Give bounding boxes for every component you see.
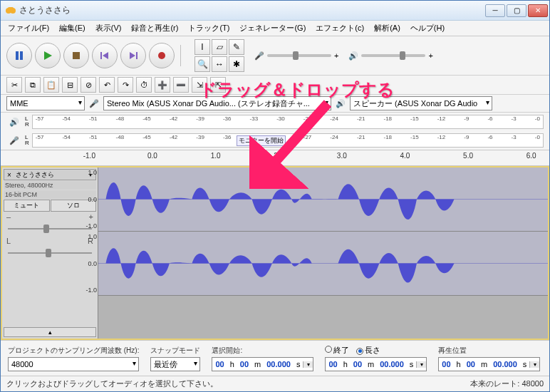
menu-help[interactable]: ヘルプ(H): [406, 21, 449, 35]
play-position-label: 再生位置: [438, 346, 540, 356]
playback-meter[interactable]: -57-54-51-48-45-42-39-36-33-30-27-24-21-…: [32, 115, 544, 129]
record-button[interactable]: [149, 43, 175, 68]
redo-icon[interactable]: ↷: [118, 77, 133, 93]
recording-device-combo[interactable]: Stereo Mix (ASUS Xonar DG Audio... (ステレオ…: [103, 96, 331, 110]
menu-file[interactable]: ファイル(F): [4, 21, 53, 35]
statusbar: クリックおよびドラッグしてオーディオを選択して下さい。 本来のレート: 4800…: [1, 376, 549, 391]
timeshift-tool-icon[interactable]: ↔: [212, 56, 227, 72]
monitor-start-hint[interactable]: モニターを開始: [237, 135, 286, 146]
ruler-tick: 1.0: [211, 152, 221, 160]
spinner-arrow-icon[interactable]: ▾: [529, 361, 539, 368]
length-radio[interactable]: 長さ: [356, 345, 380, 356]
ruler-tick: 0.0: [147, 152, 157, 160]
waveform-right-channel[interactable]: 1.0 0.0 -1.0: [98, 232, 548, 296]
svg-marker-8: [103, 52, 108, 59]
tools-grid: I ▱ ✎ 🔍 ↔ ✱: [194, 39, 244, 72]
paste-icon[interactable]: 📋: [43, 77, 59, 93]
volume-plus-icon: +: [428, 51, 432, 60]
menu-analyze[interactable]: 解析(A): [370, 21, 405, 35]
mic-gain-slider[interactable]: [267, 54, 331, 57]
close-button[interactable]: ✕: [528, 4, 548, 17]
cut-icon[interactable]: ✂: [6, 77, 22, 93]
play-button[interactable]: [35, 43, 61, 68]
audio-host-combo[interactable]: MME: [6, 96, 85, 110]
zoom-tool-icon[interactable]: 🔍: [194, 56, 210, 72]
waveform-left-channel[interactable]: 1.0 0.0 -1.0: [98, 167, 548, 232]
end-radio[interactable]: 終了: [325, 345, 349, 356]
window-controls: ─ ▢ ✕: [485, 4, 548, 17]
collapse-button[interactable]: ▴: [4, 327, 96, 337]
status-hint: クリックおよびドラッグしてオーディオを選択して下さい。: [6, 378, 218, 389]
envelope-tool-icon[interactable]: ▱: [212, 39, 227, 55]
multi-tool-icon[interactable]: ✱: [229, 56, 244, 72]
project-rate-combo[interactable]: 48000: [8, 357, 139, 371]
play-device-icon: 🔊: [336, 99, 346, 108]
waveform-area[interactable]: 1.0 0.0 -1.0 1.0 0.0 -1.0: [98, 167, 548, 339]
record-meter-lr: LR: [25, 135, 29, 146]
trim-icon[interactable]: ⊟: [62, 77, 78, 93]
svg-marker-9: [130, 52, 135, 59]
snap-label: スナップモード: [150, 346, 200, 356]
stop-button[interactable]: [63, 43, 89, 68]
fit-selection-icon[interactable]: ⇲: [192, 77, 207, 93]
output-volume-slider[interactable]: [361, 54, 425, 57]
snap-combo[interactable]: 最近傍: [150, 357, 200, 371]
spinner-arrow-icon[interactable]: ▾: [303, 361, 313, 368]
speaker-icon: 🔊: [348, 51, 358, 61]
maximize-button[interactable]: ▢: [507, 4, 526, 17]
end-length-radio-group: 終了 長さ: [325, 345, 427, 356]
zoom-out-icon[interactable]: ➖: [173, 77, 189, 93]
app-icon: [5, 5, 16, 16]
svg-rect-10: [136, 52, 138, 59]
svg-point-11: [158, 52, 165, 59]
playback-device-combo[interactable]: スピーカー (ASUS Xonar DG Audio: [350, 96, 492, 110]
record-ticks: -57-54-51-48-45-42-39-36-33-30-27-24-21-…: [33, 134, 543, 140]
track-close-button[interactable]: ×: [4, 171, 14, 179]
zoom-in-icon[interactable]: ➕: [155, 77, 170, 93]
menu-generate[interactable]: ジェネレーター(G): [235, 21, 310, 35]
minimize-button[interactable]: ─: [485, 4, 505, 17]
play-position-spinner[interactable]: 00h 00m 00.000s ▾: [438, 357, 540, 371]
svg-rect-2: [8, 7, 14, 9]
ruler-tick: -1.0: [83, 152, 95, 160]
menu-track[interactable]: トラック(T): [184, 21, 234, 35]
sync-lock-icon[interactable]: ⏱: [136, 77, 152, 93]
selection-length-spinner[interactable]: 00h 00m 00.000s ▾: [325, 357, 427, 371]
track-name[interactable]: さとうささら: [14, 170, 85, 180]
svg-rect-4: [20, 51, 23, 60]
menu-edit[interactable]: 編集(E): [55, 21, 90, 35]
fit-project-icon[interactable]: ⇱: [210, 77, 226, 93]
selection-tool-icon[interactable]: I: [194, 39, 210, 55]
menu-effect[interactable]: エフェクト(c): [311, 21, 368, 35]
track-control-panel: × さとうささら ▾ Stereo, 48000Hz 16-bit PCM ミュ…: [2, 167, 98, 339]
mute-button[interactable]: ミュート: [4, 200, 50, 212]
gain-slider[interactable]: [8, 224, 92, 234]
mic-icon: 🎤: [254, 51, 264, 61]
timeline-ruler[interactable]: -1.0 0.0 1.0 2.0 3.0 4.0 5.0 6.0: [1, 150, 549, 166]
tracks-area: × さとうささら ▾ Stereo, 48000Hz 16-bit PCM ミュ…: [1, 166, 549, 340]
record-meter[interactable]: -57-54-51-48-45-42-39-36-33-30-27-24-21-…: [32, 133, 544, 148]
silence-icon[interactable]: ⊘: [81, 77, 96, 93]
menu-view[interactable]: 表示(V): [91, 21, 126, 35]
mic-meter-icon: 🎤: [6, 133, 22, 148]
ruler-tick: 5.0: [463, 152, 473, 160]
undo-icon[interactable]: ↶: [99, 77, 115, 93]
project-rate-label: プロジェクトのサンプリング周波数 (Hz):: [8, 346, 139, 356]
draw-tool-icon[interactable]: ✎: [229, 39, 244, 55]
track-format-line2: 16-bit PCM: [4, 190, 96, 199]
spinner-arrow-icon[interactable]: ▾: [416, 361, 426, 368]
menu-record[interactable]: 録音と再生(r): [127, 21, 182, 35]
pause-button[interactable]: [6, 43, 32, 68]
skip-start-button[interactable]: [92, 43, 118, 68]
track-header: × さとうささら ▾: [4, 169, 96, 180]
skip-end-button[interactable]: [120, 43, 146, 68]
meter-area: 🔊 LR -57-54-51-48-45-42-39-36-33-30-27-2…: [1, 113, 549, 150]
pan-label-l: L: [6, 237, 11, 245]
transport-toolbar: I ▱ ✎ 🔍 ↔ ✱ 🎤 + 🔊 +: [1, 36, 549, 76]
selection-start-spinner[interactable]: 00h 00m 00.000s ▾: [212, 357, 313, 371]
menubar: ファイル(F) 編集(E) 表示(V) 録音と再生(r) トラック(T) ジェネ…: [1, 21, 549, 36]
ruler-tick: 4.0: [400, 152, 410, 160]
copy-icon[interactable]: ⧉: [25, 77, 41, 93]
status-actual-rate: 本来のレート: 48000: [470, 378, 544, 389]
pan-slider[interactable]: [8, 248, 92, 258]
